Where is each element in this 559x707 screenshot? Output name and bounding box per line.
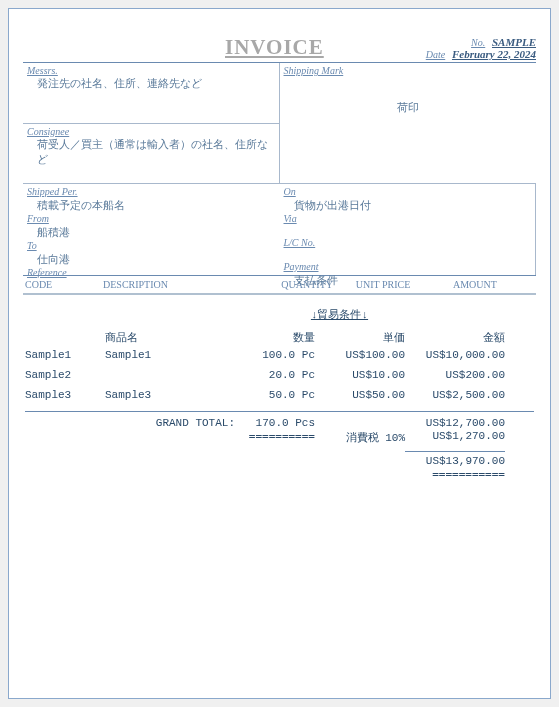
grand-total-qty: 170.0 Pcs [235,417,315,429]
via-label: Via [284,213,532,224]
item-qty: 20.0 Pc [235,369,315,381]
item-amount: US$200.00 [405,369,505,381]
no-label: No. [471,37,485,48]
header: INVOICE No. SAMPLE Date February 22, 202… [23,35,536,63]
tax-label: 消費税 10% [315,430,405,445]
totals: GRAND TOTAL: 170.0 Pcs US$12,700.00 ====… [25,411,534,481]
shippedper-label: Shipped Per. [27,186,276,197]
from-value: 船積港 [37,225,276,240]
shipmark-label: Shipping Mark [284,65,533,76]
reference-label: Reference [27,267,276,278]
lcno-label: L/C No. [284,237,532,248]
trade-terms: ↓貿易条件↓ [25,307,534,322]
item-code: Sample3 [25,389,105,401]
invoice-page: INVOICE No. SAMPLE Date February 22, 202… [8,8,551,699]
jh-amount: 金額 [405,330,505,345]
date-value: February 22, 2024 [452,48,536,60]
document-title: INVOICE [23,35,426,60]
jp-headers: 商品名 数量 単価 金額 [25,330,534,345]
messrs-value: 発注先の社名、住所、連絡先など [37,76,275,91]
to-label: To [27,240,276,251]
item-row: Sample2 20.0 Pc US$10.00 US$200.00 [25,369,534,381]
on-label: On [284,186,532,197]
item-qty: 100.0 Pc [235,349,315,361]
tax-amount: US$1,270.00 [405,430,505,445]
consignee-cell: Consignee 荷受人／買主（通常は輸入者）の社名、住所など [23,123,280,183]
info-grid: Messrs. 発注先の社名、住所、連絡先など Shipping Mark 荷印… [23,63,536,276]
item-qty: 50.0 Pc [235,389,315,401]
messrs-label: Messrs. [27,65,275,76]
item-desc: Sample3 [105,389,235,401]
shipmark-cell: Shipping Mark 荷印 [280,63,537,183]
jh-unit: 単価 [315,330,405,345]
item-unit: US$50.00 [315,389,405,401]
col-desc: DESCRIPTION [103,279,243,290]
date-label: Date [426,49,445,60]
item-desc [105,369,235,381]
shipmark-value: 荷印 [284,100,533,115]
to-value: 仕向港 [37,252,276,267]
qty-dashes: ========== [235,430,315,445]
items-area: ↓貿易条件↓ 商品名 数量 単価 金額 Sample1 Sample1 100.… [23,295,536,488]
col-code: CODE [23,279,103,290]
item-unit: US$10.00 [315,369,405,381]
item-row: Sample3 Sample3 50.0 Pc US$50.00 US$2,50… [25,389,534,401]
on-cell: On 貨物が出港日付 Via L/C No. Payment 支払条件 [280,183,537,275]
item-amount: US$10,000.00 [405,349,505,361]
item-desc: Sample1 [105,349,235,361]
payment-value: 支払条件 [294,273,532,288]
item-code: Sample1 [25,349,105,361]
item-row: Sample1 Sample1 100.0 Pc US$100.00 US$10… [25,349,534,361]
jh-name: 商品名 [105,330,235,345]
consignee-value: 荷受人／買主（通常は輸入者）の社名、住所など [37,137,275,167]
jh-qty: 数量 [235,330,315,345]
no-value: SAMPLE [492,36,536,48]
final-total: US$13,970.00 [405,451,505,467]
subtotal-amount: US$12,700.00 [405,417,505,429]
messrs-cell: Messrs. 発注先の社名、住所、連絡先など [23,63,280,123]
final-dashes: =========== [405,468,505,481]
on-value: 貨物が出港日付 [294,198,532,213]
consignee-label: Consignee [27,126,275,137]
payment-label: Payment [284,261,532,272]
from-label: From [27,213,276,224]
item-code: Sample2 [25,369,105,381]
item-amount: US$2,500.00 [405,389,505,401]
header-meta: No. SAMPLE Date February 22, 2024 [426,36,536,60]
item-unit: US$100.00 [315,349,405,361]
shipped-cell: Shipped Per. 積載予定の本船名 From 船積港 To 仕向港 Re… [23,183,280,275]
grand-total-label: GRAND TOTAL: [25,417,235,429]
shippedper-value: 積載予定の本船名 [37,198,276,213]
